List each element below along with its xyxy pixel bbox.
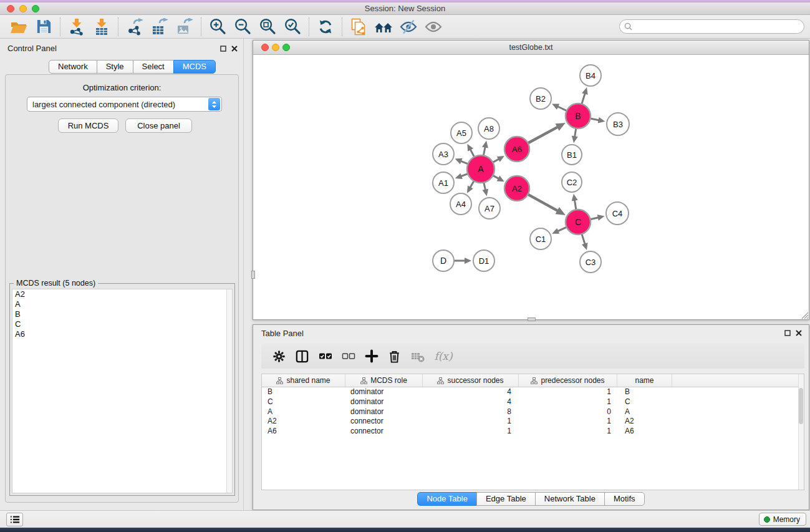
table-row[interactable]: Bdominator41B [262, 387, 804, 397]
tab-network-table[interactable]: Network Table [535, 492, 605, 506]
float-panel-icon[interactable] [219, 45, 227, 52]
table-cell[interactable]: dominator [345, 387, 423, 397]
function-builder-button[interactable]: f(x) [429, 346, 458, 367]
table-cell[interactable]: A6 [617, 427, 672, 437]
edge-C-C4[interactable] [591, 218, 599, 220]
edge-A-A5[interactable] [470, 149, 475, 157]
list-scrollbar[interactable] [226, 289, 232, 493]
table-scrollbar[interactable] [798, 374, 804, 490]
criterion-select[interactable]: largest connected component (directed) [27, 97, 222, 112]
table-row[interactable]: Adominator80A [262, 407, 804, 417]
edge-B-B2[interactable] [557, 106, 567, 110]
table-cell[interactable]: 0 [519, 407, 617, 417]
search-input[interactable] [635, 21, 804, 32]
table-cell[interactable]: 1 [519, 397, 617, 407]
table-cell[interactable]: A2 [617, 417, 672, 427]
table-cell[interactable]: B [262, 387, 345, 397]
table-row[interactable]: A6connector11A6 [262, 427, 804, 437]
tab-mcds[interactable]: MCDS [173, 60, 216, 74]
network-graph[interactable]: B4B2BB3A8A5A6A3B1AA1C2A2A4A7C4CC1C3DD1 [253, 55, 809, 319]
table-cell[interactable]: A2 [262, 417, 345, 427]
apply-preferred-layout-button[interactable] [313, 16, 338, 37]
run-mcds-button[interactable]: Run MCDS [58, 118, 118, 133]
table-cell[interactable]: 1 [423, 417, 519, 427]
mcds-result-item[interactable]: A2 [12, 289, 232, 299]
delete-table-button[interactable] [406, 346, 429, 367]
table-cell[interactable]: connector [345, 427, 423, 437]
edge-A2-C[interactable] [528, 195, 559, 211]
deselect-all-rows-button[interactable] [337, 346, 360, 367]
network-window-titlebar[interactable]: testGlobe.txt [253, 41, 809, 55]
edge-A-A4[interactable] [470, 181, 474, 188]
export-network-button[interactable] [122, 16, 147, 37]
edge-C-C2[interactable] [574, 200, 576, 210]
delete-column-button[interactable] [383, 346, 406, 367]
edge-C-C3[interactable] [582, 234, 585, 244]
resize-grip-bottom[interactable] [528, 317, 536, 321]
table-cell[interactable]: dominator [345, 407, 423, 417]
table-cell[interactable]: 4 [423, 397, 519, 407]
table-cell[interactable]: A [262, 407, 345, 417]
table-options-button[interactable] [268, 346, 291, 367]
export-table-button[interactable] [147, 16, 172, 37]
search-box[interactable] [619, 19, 804, 34]
memory-button[interactable]: Memory [759, 513, 806, 526]
close-panel-icon[interactable] [231, 45, 238, 52]
table-cell[interactable]: connector [345, 417, 423, 427]
mcds-result-item[interactable]: C [12, 319, 232, 329]
edge-C-C1[interactable] [557, 227, 566, 231]
import-table-from-file-button[interactable] [89, 16, 114, 37]
tab-style[interactable]: Style [97, 60, 133, 74]
tab-edge-table[interactable]: Edge Table [476, 492, 536, 506]
add-column-button[interactable] [360, 346, 383, 367]
open-ndex-home-button[interactable] [371, 16, 396, 37]
close-panel-button[interactable]: Close panel [125, 118, 192, 133]
table-cell[interactable]: 8 [423, 407, 519, 417]
column-header-mcds-role[interactable]: MCDS role [345, 374, 423, 387]
tab-node-table[interactable]: Node Table [417, 492, 477, 506]
select-all-rows-button[interactable] [314, 346, 337, 367]
zoom-fit-content-button[interactable] [255, 16, 280, 37]
table-row[interactable]: Cdominator41C [262, 397, 804, 407]
table-cell[interactable]: C [617, 397, 672, 407]
table-cell[interactable]: 1 [519, 417, 617, 427]
mcds-result-item[interactable]: A6 [12, 329, 232, 339]
table-cell[interactable]: A6 [262, 427, 345, 437]
export-image-button[interactable] [172, 16, 197, 37]
table-cell[interactable]: 4 [423, 387, 519, 397]
import-network-from-file-button[interactable] [64, 16, 89, 37]
tab-select[interactable]: Select [133, 60, 174, 74]
network-canvas[interactable]: B4B2BB3A8A5A6A3B1AA1C2A2A4A7C4CC1C3DD1 [253, 55, 809, 319]
edge-A-A3[interactable] [460, 161, 468, 164]
mcds-result-item[interactable]: A [12, 299, 232, 309]
edge-A-A7[interactable] [484, 182, 486, 190]
close-table-panel-icon[interactable] [795, 329, 803, 337]
new-network-from-selection-button[interactable] [346, 16, 371, 37]
save-session-button[interactable] [31, 16, 56, 37]
mcds-result-item[interactable]: B [12, 309, 232, 319]
tab-network[interactable]: Network [49, 60, 97, 74]
tab-motifs[interactable]: Motifs [604, 492, 645, 506]
edge-A-A8[interactable] [483, 146, 485, 155]
column-header-successor-nodes[interactable]: successor nodes [423, 374, 519, 387]
column-header-shared-name[interactable]: shared name [262, 374, 345, 387]
zoom-in-button[interactable] [205, 16, 230, 37]
table-cell[interactable]: A [617, 407, 672, 417]
edge-B-B1[interactable] [574, 128, 576, 138]
zoom-selected-button[interactable] [280, 16, 305, 37]
table-cell[interactable]: dominator [345, 397, 423, 407]
open-session-button[interactable] [6, 16, 31, 37]
table-cell[interactable]: 1 [519, 427, 617, 437]
resize-grip-left[interactable] [251, 271, 255, 279]
table-cell[interactable]: C [262, 397, 345, 407]
edge-A6-B[interactable] [528, 127, 559, 143]
column-visibility-button[interactable] [291, 346, 314, 367]
edge-B-B4[interactable] [582, 93, 586, 104]
status-menu-button[interactable] [6, 513, 23, 526]
edge-B-B3[interactable] [591, 118, 600, 120]
toggle-graphics-details-button[interactable] [396, 16, 421, 37]
column-header-predecessor-nodes[interactable]: predecessor nodes [519, 374, 617, 387]
column-header-name[interactable]: name [617, 374, 672, 387]
resize-grip-corner[interactable] [800, 311, 809, 319]
table-row[interactable]: A2connector11A2 [262, 417, 804, 427]
